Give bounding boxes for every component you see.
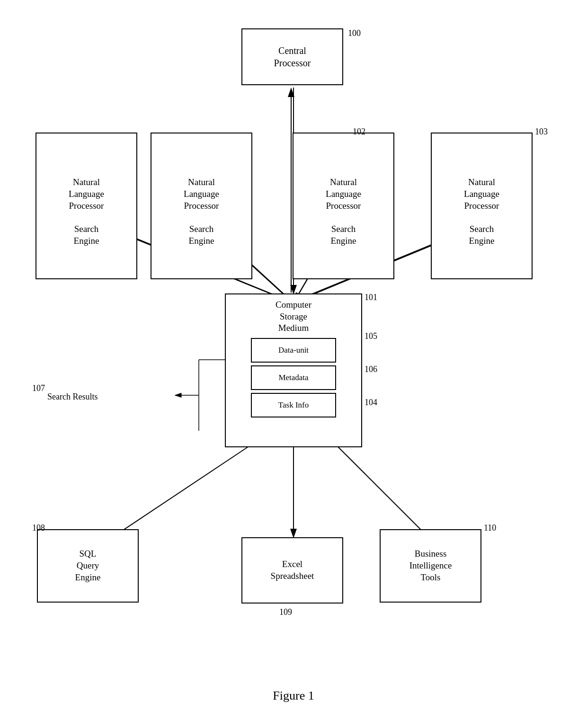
- ref-107: 107: [32, 383, 45, 393]
- ref-109: 109: [279, 607, 292, 617]
- search-results-label: Search Results: [47, 392, 98, 402]
- nlp3-label: NaturalLanguageProcessorSearchEngine: [326, 165, 361, 247]
- ref-101: 101: [365, 293, 377, 302]
- nlp-box-1: NaturalLanguageProcessorSearchEngine: [36, 133, 137, 279]
- figure-caption: Figure 1: [0, 689, 587, 703]
- ref-103: 103: [535, 127, 548, 137]
- nlp-box-3: NaturalLanguageProcessorSearchEngine: [293, 133, 394, 279]
- svg-line-12: [109, 445, 251, 540]
- central-processor-box: Central Processor: [241, 28, 343, 85]
- nlp4-label: NaturalLanguageProcessorSearchEngine: [464, 165, 499, 247]
- ref-110: 110: [484, 523, 496, 533]
- sql-label: SQLQueryEngine: [75, 548, 101, 583]
- ref-106: 106: [365, 364, 377, 374]
- bi-label: BusinessIntelligenceTools: [409, 548, 452, 583]
- excel-label: ExcelSpreadsheet: [271, 559, 314, 582]
- excel-box: ExcelSpreadsheet: [241, 537, 343, 604]
- metadata-label: Metadata: [278, 373, 308, 383]
- nlp2-label: NaturalLanguageProcessorSearchEngine: [184, 165, 219, 247]
- nlp-box-4: NaturalLanguageProcessorSearchEngine: [431, 133, 533, 279]
- storage-box: ComputerStorageMedium Data-unit Metadata…: [225, 293, 362, 447]
- diagram: Central Processor 100 NaturalLanguagePro…: [0, 0, 587, 728]
- ref-108: 108: [32, 523, 45, 533]
- task-info-label: Task Info: [278, 400, 309, 410]
- bi-box: BusinessIntelligenceTools: [380, 529, 481, 603]
- nlp-box-2: NaturalLanguageProcessorSearchEngine: [151, 133, 252, 279]
- ref-105: 105: [365, 331, 377, 341]
- data-unit-label: Data-unit: [278, 345, 309, 355]
- task-info-box: Task Info: [251, 393, 336, 417]
- nlp1-label: NaturalLanguageProcessorSearchEngine: [69, 165, 104, 247]
- ref-102: 102: [353, 127, 365, 137]
- svg-line-14: [336, 445, 431, 540]
- data-unit-box: Data-unit: [251, 338, 336, 363]
- ref-104: 104: [365, 398, 377, 408]
- ref-100: 100: [348, 28, 361, 38]
- sql-box: SQLQueryEngine: [37, 529, 139, 603]
- storage-label: ComputerStorageMedium: [233, 299, 354, 334]
- central-processor-label: Central Processor: [274, 44, 311, 69]
- metadata-box: Metadata: [251, 365, 336, 390]
